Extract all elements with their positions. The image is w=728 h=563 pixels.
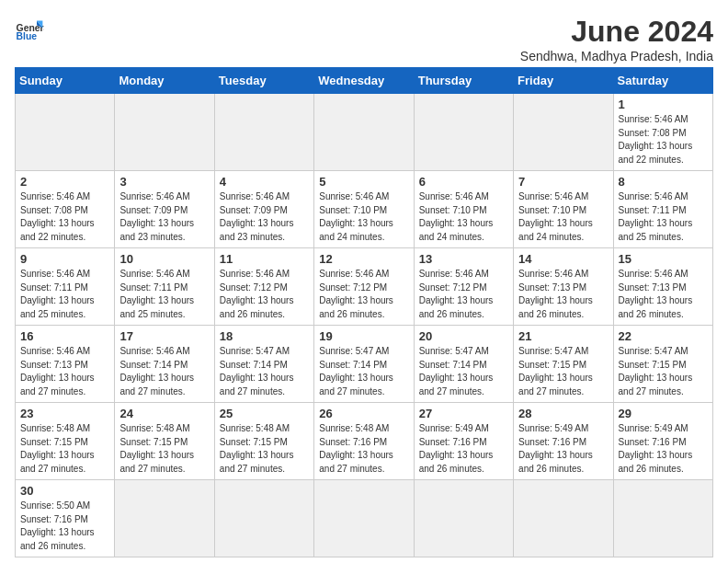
calendar-cell-40: [514, 480, 613, 557]
day-number: 20: [419, 329, 508, 343]
week-row-4: 23Sunrise: 5:48 AMSunset: 7:15 PMDayligh…: [16, 403, 713, 480]
day-number: 25: [220, 407, 309, 420]
day-number: 17: [119, 329, 209, 343]
cell-info: Sunrise: 5:46 AMSunset: 7:08 PMDaylight:…: [20, 190, 109, 244]
cell-info: Sunrise: 5:47 AMSunset: 7:15 PMDaylight:…: [518, 345, 608, 398]
cell-info: Sunrise: 5:49 AMSunset: 7:16 PMDaylight:…: [518, 422, 608, 476]
calendar-cell-26: 21Sunrise: 5:47 AMSunset: 7:15 PMDayligh…: [514, 326, 613, 403]
cell-info: Sunrise: 5:46 AMSunset: 7:14 PMDaylight:…: [119, 345, 209, 398]
cell-info: Sunrise: 5:46 AMSunset: 7:13 PMDaylight:…: [619, 268, 708, 321]
cell-info: Sunrise: 5:46 AMSunset: 7:13 PMDaylight:…: [518, 268, 608, 321]
weekday-header-row: SundayMondayTuesdayWednesdayThursdayFrid…: [16, 68, 713, 94]
cell-info: Sunrise: 5:48 AMSunset: 7:16 PMDaylight:…: [319, 422, 408, 476]
calendar-cell-3: [314, 94, 414, 171]
calendar-cell-34: 29Sunrise: 5:49 AMSunset: 7:16 PMDayligh…: [613, 403, 712, 480]
cell-info: Sunrise: 5:46 AMSunset: 7:09 PMDaylight:…: [220, 190, 309, 244]
calendar-cell-29: 24Sunrise: 5:48 AMSunset: 7:15 PMDayligh…: [115, 403, 214, 480]
cell-info: Sunrise: 5:49 AMSunset: 7:16 PMDaylight:…: [619, 422, 708, 476]
title-block: June 2024 Sendhwa, Madhya Pradesh, India: [520, 15, 713, 63]
calendar-cell-14: 9Sunrise: 5:46 AMSunset: 7:11 PMDaylight…: [16, 248, 115, 326]
calendar-cell-23: 18Sunrise: 5:47 AMSunset: 7:14 PMDayligh…: [214, 326, 313, 403]
cell-info: Sunrise: 5:49 AMSunset: 7:16 PMDaylight:…: [419, 422, 508, 476]
cell-info: Sunrise: 5:47 AMSunset: 7:14 PMDaylight:…: [220, 345, 309, 398]
calendar-cell-22: 17Sunrise: 5:46 AMSunset: 7:14 PMDayligh…: [115, 326, 214, 403]
logo: General Blue: [15, 15, 44, 44]
day-number: 29: [619, 407, 708, 420]
cell-info: Sunrise: 5:50 AMSunset: 7:16 PMDaylight:…: [20, 500, 109, 553]
day-number: 18: [220, 329, 309, 343]
calendar-cell-38: [314, 480, 414, 557]
day-number: 8: [619, 175, 708, 189]
calendar-cell-39: [414, 480, 513, 557]
week-row-1: 2Sunrise: 5:46 AMSunset: 7:08 PMDaylight…: [16, 171, 713, 248]
day-number: 30: [20, 484, 109, 498]
calendar-cell-18: 13Sunrise: 5:46 AMSunset: 7:12 PMDayligh…: [414, 248, 513, 326]
day-number: 7: [518, 175, 608, 189]
svg-text:Blue: Blue: [17, 31, 38, 41]
day-number: 16: [20, 329, 109, 343]
calendar-cell-16: 11Sunrise: 5:46 AMSunset: 7:12 PMDayligh…: [214, 248, 313, 326]
day-number: 28: [518, 407, 608, 420]
calendar-cell-2: [214, 94, 313, 171]
calendar-cell-9: 4Sunrise: 5:46 AMSunset: 7:09 PMDaylight…: [214, 171, 313, 248]
calendar-cell-13: 8Sunrise: 5:46 AMSunset: 7:11 PMDaylight…: [613, 171, 712, 248]
cell-info: Sunrise: 5:46 AMSunset: 7:11 PMDaylight:…: [20, 268, 109, 321]
day-number: 9: [20, 252, 109, 266]
weekday-header-tuesday: Tuesday: [214, 68, 313, 94]
day-number: 3: [119, 175, 209, 189]
weekday-header-friday: Friday: [514, 68, 613, 94]
cell-info: Sunrise: 5:46 AMSunset: 7:09 PMDaylight:…: [119, 190, 209, 244]
calendar-cell-41: [613, 480, 712, 557]
calendar-cell-33: 28Sunrise: 5:49 AMSunset: 7:16 PMDayligh…: [514, 403, 613, 480]
weekday-header-monday: Monday: [115, 68, 214, 94]
day-number: 4: [220, 175, 309, 189]
day-number: 26: [319, 407, 408, 420]
day-number: 12: [319, 252, 408, 266]
calendar-cell-1: [115, 94, 214, 171]
calendar-cell-30: 25Sunrise: 5:48 AMSunset: 7:15 PMDayligh…: [214, 403, 313, 480]
cell-info: Sunrise: 5:46 AMSunset: 7:13 PMDaylight:…: [20, 345, 109, 398]
day-number: 24: [119, 407, 209, 420]
cell-info: Sunrise: 5:48 AMSunset: 7:15 PMDaylight:…: [119, 422, 209, 476]
calendar-cell-5: [514, 94, 613, 171]
calendar-cell-11: 6Sunrise: 5:46 AMSunset: 7:10 PMDaylight…: [414, 171, 513, 248]
week-row-2: 9Sunrise: 5:46 AMSunset: 7:11 PMDaylight…: [16, 248, 713, 326]
cell-info: Sunrise: 5:47 AMSunset: 7:14 PMDaylight:…: [319, 345, 408, 398]
location-title: Sendhwa, Madhya Pradesh, India: [520, 49, 713, 63]
calendar-cell-21: 16Sunrise: 5:46 AMSunset: 7:13 PMDayligh…: [16, 326, 115, 403]
calendar-cell-19: 14Sunrise: 5:46 AMSunset: 7:13 PMDayligh…: [514, 248, 613, 326]
calendar-cell-20: 15Sunrise: 5:46 AMSunset: 7:13 PMDayligh…: [613, 248, 712, 326]
calendar-cell-28: 23Sunrise: 5:48 AMSunset: 7:15 PMDayligh…: [16, 403, 115, 480]
cell-info: Sunrise: 5:46 AMSunset: 7:12 PMDaylight:…: [319, 268, 408, 321]
calendar-cell-17: 12Sunrise: 5:46 AMSunset: 7:12 PMDayligh…: [314, 248, 414, 326]
day-number: 27: [419, 407, 508, 420]
calendar-cell-27: 22Sunrise: 5:47 AMSunset: 7:15 PMDayligh…: [613, 326, 712, 403]
cell-info: Sunrise: 5:46 AMSunset: 7:10 PMDaylight:…: [419, 190, 508, 244]
weekday-header-sunday: Sunday: [16, 68, 115, 94]
day-number: 15: [619, 252, 708, 266]
week-row-0: 1Sunrise: 5:46 AMSunset: 7:08 PMDaylight…: [16, 94, 713, 171]
cell-info: Sunrise: 5:46 AMSunset: 7:10 PMDaylight:…: [518, 190, 608, 244]
cell-info: Sunrise: 5:46 AMSunset: 7:10 PMDaylight:…: [319, 190, 408, 244]
day-number: 22: [619, 329, 708, 343]
calendar-cell-4: [414, 94, 513, 171]
weekday-header-wednesday: Wednesday: [314, 68, 414, 94]
calendar-cell-24: 19Sunrise: 5:47 AMSunset: 7:14 PMDayligh…: [314, 326, 414, 403]
cell-info: Sunrise: 5:46 AMSunset: 7:11 PMDaylight:…: [619, 190, 708, 244]
day-number: 23: [20, 407, 109, 420]
calendar-table: SundayMondayTuesdayWednesdayThursdayFrid…: [15, 67, 713, 557]
calendar-cell-31: 26Sunrise: 5:48 AMSunset: 7:16 PMDayligh…: [314, 403, 414, 480]
cell-info: Sunrise: 5:47 AMSunset: 7:15 PMDaylight:…: [619, 345, 708, 398]
calendar-cell-32: 27Sunrise: 5:49 AMSunset: 7:16 PMDayligh…: [414, 403, 513, 480]
weekday-header-thursday: Thursday: [414, 68, 513, 94]
day-number: 19: [319, 329, 408, 343]
week-row-5: 30Sunrise: 5:50 AMSunset: 7:16 PMDayligh…: [16, 480, 713, 557]
weekday-header-saturday: Saturday: [613, 68, 712, 94]
calendar-cell-8: 3Sunrise: 5:46 AMSunset: 7:09 PMDaylight…: [115, 171, 214, 248]
calendar-cell-36: [115, 480, 214, 557]
cell-info: Sunrise: 5:46 AMSunset: 7:12 PMDaylight:…: [220, 268, 309, 321]
calendar-cell-35: 30Sunrise: 5:50 AMSunset: 7:16 PMDayligh…: [16, 480, 115, 557]
day-number: 6: [419, 175, 508, 189]
calendar-cell-12: 7Sunrise: 5:46 AMSunset: 7:10 PMDaylight…: [514, 171, 613, 248]
calendar-cell-10: 5Sunrise: 5:46 AMSunset: 7:10 PMDaylight…: [314, 171, 414, 248]
